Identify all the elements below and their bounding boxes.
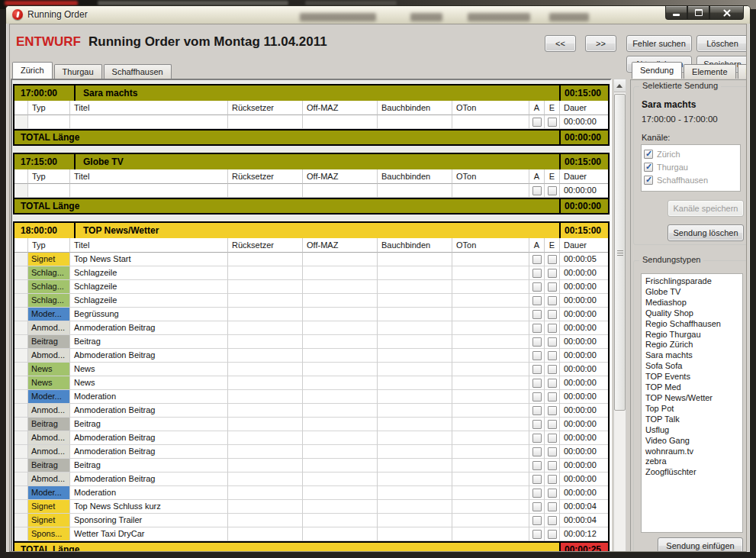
row-selector[interactable] xyxy=(14,253,28,266)
table-row[interactable]: Spons...Wetter Taxi DryCar00:00:12 xyxy=(14,527,608,541)
a-checkbox[interactable] xyxy=(532,420,542,429)
table-row[interactable]: SignetSponsoring Trailer00:00:04 xyxy=(14,514,608,527)
a-checkbox[interactable] xyxy=(532,461,542,470)
nav-next-button[interactable]: >> xyxy=(585,35,616,52)
list-item[interactable]: TOP Events xyxy=(645,372,742,382)
row-selector[interactable] xyxy=(14,376,28,390)
a-checkbox[interactable] xyxy=(532,379,542,388)
tab-region-z-rich[interactable]: Zürich xyxy=(12,62,53,79)
a-checkbox[interactable] xyxy=(532,269,542,278)
a-checkbox[interactable] xyxy=(532,337,542,347)
loeschen-button[interactable]: Löschen xyxy=(696,35,747,52)
channel-checkbox[interactable] xyxy=(644,176,653,185)
row-selector[interactable] xyxy=(14,294,28,308)
row-selector[interactable] xyxy=(14,486,28,500)
row-selector[interactable] xyxy=(14,308,28,321)
a-checkbox[interactable] xyxy=(532,310,542,319)
table-row[interactable]: Anmod...Anmoderation Beitrag00:00:00 xyxy=(14,404,608,418)
a-checkbox[interactable] xyxy=(532,255,542,264)
e-checkbox[interactable] xyxy=(548,434,557,443)
a-checkbox[interactable] xyxy=(532,365,542,374)
a-checkbox[interactable] xyxy=(532,489,542,498)
row-selector[interactable] xyxy=(14,266,28,280)
table-row[interactable]: Schlag...Schlagzeile00:00:00 xyxy=(14,294,608,308)
e-checkbox[interactable] xyxy=(548,502,557,511)
sendung-loeschen-button[interactable]: Sendung löschen xyxy=(668,224,744,241)
table-row[interactable]: 00:00:00 xyxy=(14,115,608,129)
table-row[interactable]: Anmod...Anmoderation Beitrag00:00:00 xyxy=(14,321,608,335)
table-row[interactable]: Anmod...Anmoderation Beitrag00:00:00 xyxy=(14,445,608,459)
close-button[interactable] xyxy=(709,6,744,20)
e-checkbox[interactable] xyxy=(548,530,557,539)
e-checkbox[interactable] xyxy=(548,118,557,127)
row-selector[interactable] xyxy=(14,321,28,335)
e-checkbox[interactable] xyxy=(548,255,557,264)
list-item[interactable]: Usflug xyxy=(645,425,742,436)
a-checkbox[interactable] xyxy=(532,475,542,484)
row-selector[interactable] xyxy=(14,445,28,459)
e-checkbox[interactable] xyxy=(548,296,557,305)
row-selector[interactable] xyxy=(14,335,28,349)
list-item[interactable]: Sofa Sofa xyxy=(645,361,742,372)
list-item[interactable]: wohnraum.tv xyxy=(645,447,742,457)
a-checkbox[interactable] xyxy=(532,447,542,456)
table-row[interactable]: 00:00:00 xyxy=(14,184,608,198)
list-item[interactable]: Regio Zürich xyxy=(645,340,742,350)
e-checkbox[interactable] xyxy=(548,406,557,415)
list-item[interactable]: Quality Shop xyxy=(645,308,742,319)
scroll-up-button[interactable] xyxy=(614,79,626,92)
e-checkbox[interactable] xyxy=(548,379,557,388)
tab-side-elemente[interactable]: Elemente xyxy=(684,64,735,79)
a-checkbox[interactable] xyxy=(532,118,542,127)
a-checkbox[interactable] xyxy=(532,516,542,525)
table-row[interactable]: NewsNews00:00:00 xyxy=(14,363,608,376)
scrollbar-thumb[interactable] xyxy=(614,94,626,411)
table-row[interactable]: SignetTop News Start00:00:05 xyxy=(14,253,608,266)
table-row[interactable]: Moder...Moderation00:00:00 xyxy=(14,390,608,404)
list-item[interactable]: TOP Med xyxy=(645,382,742,393)
row-selector[interactable] xyxy=(14,280,28,294)
tab-side-details[interactable]: Details xyxy=(738,64,747,79)
a-checkbox[interactable] xyxy=(532,324,542,333)
sendung-einfuegen-button[interactable]: Sendung einfügen xyxy=(658,537,743,552)
row-selector[interactable] xyxy=(14,473,28,486)
e-checkbox[interactable] xyxy=(548,365,557,374)
list-item[interactable]: Zoogflüschter xyxy=(645,467,742,478)
fehler-suchen-button[interactable]: Fehler suchen xyxy=(626,35,692,52)
channel-checkbox-row[interactable]: Thurgau xyxy=(644,160,740,173)
e-checkbox[interactable] xyxy=(548,461,557,470)
list-item[interactable]: Video Gang xyxy=(645,436,742,447)
table-row[interactable]: Moder...Moderation00:00:00 xyxy=(14,486,608,500)
row-selector[interactable] xyxy=(14,184,28,198)
list-item[interactable]: Frischlingsparade xyxy=(645,276,742,287)
channel-checkbox-row[interactable]: Schaffhausen xyxy=(644,173,740,186)
a-checkbox[interactable] xyxy=(532,351,542,360)
e-checkbox[interactable] xyxy=(548,310,557,319)
section-header[interactable]: 18:00:00TOP News/Wetter00:15:00 xyxy=(14,223,608,238)
section-header[interactable]: 17:15:00Globe TV00:15:00 xyxy=(14,154,608,169)
section-header[interactable]: 17:00:00Sara machts00:15:00 xyxy=(14,85,608,101)
row-selector[interactable] xyxy=(14,514,28,527)
row-selector[interactable] xyxy=(14,115,28,129)
e-checkbox[interactable] xyxy=(548,186,557,195)
e-checkbox[interactable] xyxy=(548,447,557,456)
e-checkbox[interactable] xyxy=(548,351,557,360)
a-checkbox[interactable] xyxy=(532,186,542,195)
e-checkbox[interactable] xyxy=(548,516,557,525)
maximize-button[interactable] xyxy=(687,6,709,20)
e-checkbox[interactable] xyxy=(548,269,557,278)
row-selector[interactable] xyxy=(14,527,28,541)
table-row[interactable]: BeitragBeitrag00:00:00 xyxy=(14,335,608,349)
a-checkbox[interactable] xyxy=(532,296,542,305)
e-checkbox[interactable] xyxy=(548,475,557,484)
row-selector[interactable] xyxy=(14,418,28,431)
row-selector[interactable] xyxy=(14,363,28,376)
table-row[interactable]: SignetTop News Schluss kurz00:00:04 xyxy=(14,500,608,514)
row-selector[interactable] xyxy=(14,500,28,514)
list-item[interactable]: Regio Thurgau xyxy=(645,330,742,340)
channel-checkbox[interactable] xyxy=(644,163,653,172)
e-checkbox[interactable] xyxy=(548,282,557,292)
list-item[interactable]: zebra xyxy=(645,456,742,467)
row-selector[interactable] xyxy=(14,349,28,363)
a-checkbox[interactable] xyxy=(532,530,542,539)
